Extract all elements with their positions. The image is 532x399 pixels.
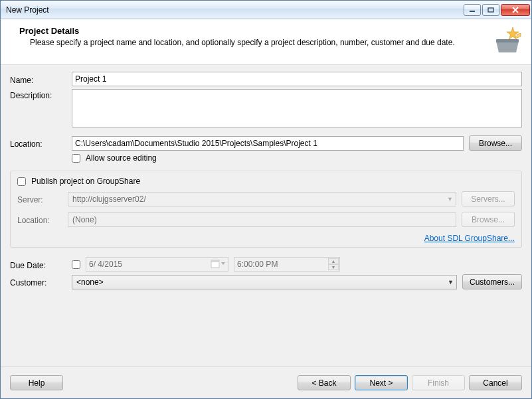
finish-button: Finish: [412, 375, 465, 390]
customer-combobox[interactable]: <none> ▼: [72, 275, 457, 289]
servers-button: Servers...: [462, 191, 515, 206]
maximize-button[interactable]: [482, 4, 499, 16]
svg-rect-1: [488, 8, 493, 12]
gs-location-label: Location:: [17, 214, 62, 225]
new-project-window: New Project Project Details Please speci…: [0, 0, 532, 399]
next-button[interactable]: Next >: [355, 375, 408, 390]
chevron-down-icon: ▼: [447, 196, 453, 202]
time-spin-down: ▼: [328, 264, 339, 270]
cancel-button[interactable]: Cancel: [469, 375, 522, 390]
window-title: New Project: [6, 5, 462, 15]
help-button[interactable]: Help: [10, 375, 63, 390]
due-date-picker: 6/ 4/2015: [86, 257, 228, 272]
back-button[interactable]: < Back: [298, 375, 351, 390]
description-input[interactable]: [72, 89, 522, 127]
due-time-picker: 6:00:00 PM ▲ ▼: [234, 257, 340, 272]
time-spin-up: ▲: [328, 258, 339, 264]
calendar-icon: [211, 259, 226, 268]
wizard-header: Project Details Please specify a project…: [1, 19, 531, 65]
gs-location-field: (None): [68, 212, 456, 227]
gs-location-value: (None): [72, 215, 97, 224]
svg-rect-5: [496, 39, 519, 42]
title-bar: New Project: [1, 1, 531, 19]
name-label: Name:: [10, 74, 66, 85]
wizard-body: Name: Description: Location: Browse... A…: [1, 65, 531, 366]
wizard-footer: Help < Back Next > Finish Cancel: [1, 366, 531, 398]
chevron-down-icon: ▼: [448, 279, 454, 285]
description-label: Description:: [10, 89, 66, 100]
about-groupshare-link[interactable]: About SDL GroupShare...: [424, 234, 515, 243]
name-input[interactable]: [72, 72, 522, 86]
server-label: Server:: [17, 193, 62, 204]
gs-browse-button: Browse...: [462, 212, 515, 227]
page-subtitle: Please specify a project name and locati…: [19, 38, 486, 47]
publish-groupshare-label: Publish project on GroupShare: [31, 177, 140, 186]
customer-value: <none>: [76, 278, 104, 287]
customers-button[interactable]: Customers...: [462, 274, 522, 289]
customer-label: Customer:: [10, 276, 66, 287]
svg-rect-7: [211, 260, 219, 262]
publish-groupshare-checkbox[interactable]: [17, 177, 26, 186]
close-button[interactable]: [501, 4, 530, 16]
minimize-button[interactable]: [464, 4, 481, 16]
due-date-checkbox[interactable]: [72, 260, 80, 269]
due-date-label: Due Date:: [10, 259, 66, 270]
svg-marker-8: [221, 262, 225, 265]
wizard-icon: [493, 26, 522, 55]
due-date-value: 6/ 4/2015: [89, 260, 122, 269]
server-combobox: http://clujgsserver02/ ▼: [68, 192, 456, 206]
groupshare-group: Publish project on GroupShare Server: ht…: [10, 171, 522, 248]
allow-source-editing-checkbox[interactable]: [72, 154, 80, 163]
location-label: Location:: [10, 137, 66, 149]
location-input[interactable]: [72, 136, 464, 151]
allow-source-editing-label: Allow source editing: [86, 153, 157, 163]
browse-location-button[interactable]: Browse...: [469, 135, 522, 151]
page-title: Project Details: [19, 26, 486, 36]
server-value: http://clujgsserver02/: [72, 195, 146, 204]
due-time-value: 6:00:00 PM: [237, 260, 278, 269]
